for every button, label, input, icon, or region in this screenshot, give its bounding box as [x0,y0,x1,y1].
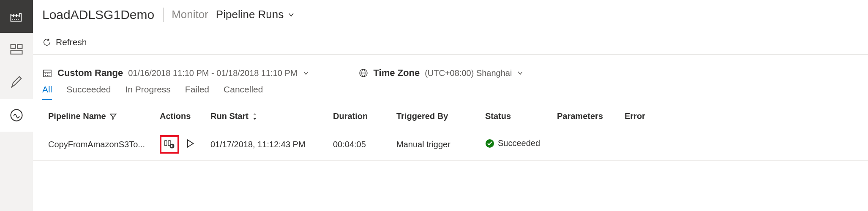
refresh-label: Refresh [56,37,87,47]
filter-bar: Custom Range 01/16/2018 11:10 PM - 01/18… [33,55,868,84]
nav-author-icon[interactable] [0,66,33,99]
column-header-name[interactable]: Pipeline Name [33,105,156,128]
breadcrumb-divider [164,8,164,22]
svg-rect-2 [11,50,22,54]
column-header-actions: Actions [156,105,206,128]
chevron-down-icon [303,70,309,76]
play-icon [186,139,194,148]
tab-in-progress[interactable]: In Progress [125,84,170,100]
calendar-icon [42,68,52,78]
table-row[interactable]: CopyFromAmazonS3To... [33,128,868,161]
timezone-picker[interactable]: Time Zone (UTC+08:00) Shanghai [358,68,524,78]
breadcrumb-dropdown-label: Pipeline Runs [216,8,284,21]
pipeline-runs-table: Pipeline Name Actions Run Start Duration [33,105,868,161]
cell-pipeline-name: CopyFromAmazonS3To... [33,128,156,161]
column-header-run-start[interactable]: Run Start [206,105,329,128]
tab-failed[interactable]: Failed [185,84,209,100]
svg-point-11 [49,75,49,76]
success-icon [485,139,494,148]
cell-duration: 00:04:05 [329,128,392,161]
refresh-icon [42,38,52,47]
chevron-down-icon [288,11,295,18]
breadcrumb-dropdown[interactable]: Pipeline Runs [216,8,295,21]
svg-rect-0 [11,45,16,49]
cell-run-start: 01/17/2018, 11:12:43 PM [206,128,329,161]
column-header-error[interactable]: Error [620,105,868,128]
timezone-value: (UTC+08:00) Shanghai [425,68,512,78]
status-text: Succeeded [498,138,540,148]
globe-icon [358,68,368,78]
main-content: LoadADLSG1Demo Monitor Pipeline Runs Ref… [33,0,868,211]
chevron-down-icon [517,70,524,76]
date-range-label: Custom Range [57,68,123,78]
timezone-label: Time Zone [374,68,420,78]
svg-point-7 [47,73,48,74]
date-range-value: 01/16/2018 11:10 PM - 01/18/2018 11:10 P… [128,68,297,78]
breadcrumb-section: Monitor [172,8,208,21]
svg-rect-1 [17,45,22,49]
toolbar: Refresh [33,30,868,55]
cell-status: Succeeded [481,128,553,161]
column-header-status[interactable]: Status [481,105,553,128]
column-header-triggered-by[interactable]: Triggered By [392,105,481,128]
date-range-picker[interactable]: Custom Range 01/16/2018 11:10 PM - 01/18… [42,68,309,78]
column-header-name-label: Pipeline Name [48,111,106,121]
column-header-duration[interactable]: Duration [329,105,392,128]
svg-point-6 [45,73,46,74]
svg-point-9 [45,75,46,76]
sort-icon [252,113,258,120]
status-tabs: All Succeeded In Progress Failed Cancell… [33,84,868,100]
view-activity-runs-button[interactable] [160,135,179,154]
breadcrumb: LoadADLSG1Demo Monitor Pipeline Runs [33,0,868,30]
cell-error [620,128,868,161]
nav-factory-icon[interactable] [0,0,33,33]
refresh-button[interactable]: Refresh [42,37,87,47]
svg-rect-15 [164,141,167,146]
activity-runs-icon [164,140,175,149]
nav-monitor-icon[interactable] [0,99,33,132]
filter-icon [109,113,117,120]
rerun-button[interactable] [186,139,194,150]
column-header-parameters[interactable]: Parameters [553,105,620,128]
svg-point-10 [47,75,48,76]
nav-overview-icon[interactable] [0,33,33,66]
tab-cancelled[interactable]: Cancelled [224,84,263,100]
tab-succeeded[interactable]: Succeeded [66,84,111,100]
column-header-run-start-label: Run Start [210,111,248,121]
cell-actions [156,128,206,161]
tab-all[interactable]: All [42,84,52,100]
page-title: LoadADLSG1Demo [42,8,154,22]
left-nav-rail [0,0,33,211]
svg-point-8 [49,73,49,74]
cell-parameters [553,128,620,161]
cell-triggered-by: Manual trigger [392,128,481,161]
